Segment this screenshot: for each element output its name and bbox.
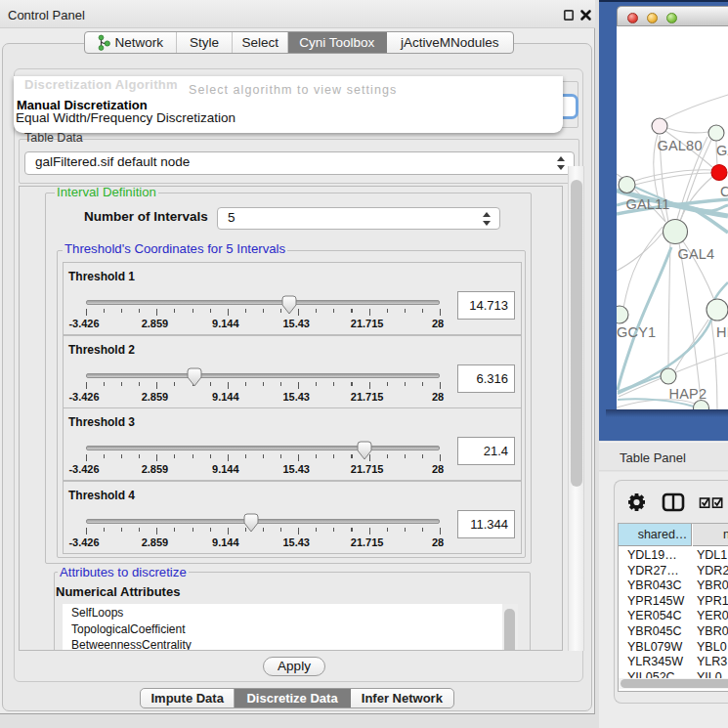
svg-text:GAL11: GAL11 xyxy=(626,196,670,212)
svg-text:GAL: GAL xyxy=(716,143,728,158)
svg-text:GCY1: GCY1 xyxy=(617,324,656,340)
svg-text:GAL4: GAL4 xyxy=(678,246,715,262)
svg-text:HAP2: HAP2 xyxy=(669,386,707,402)
svg-text:C: C xyxy=(720,184,728,199)
svg-text:GAL80: GAL80 xyxy=(658,138,703,153)
svg-text:HI: HI xyxy=(716,324,728,340)
